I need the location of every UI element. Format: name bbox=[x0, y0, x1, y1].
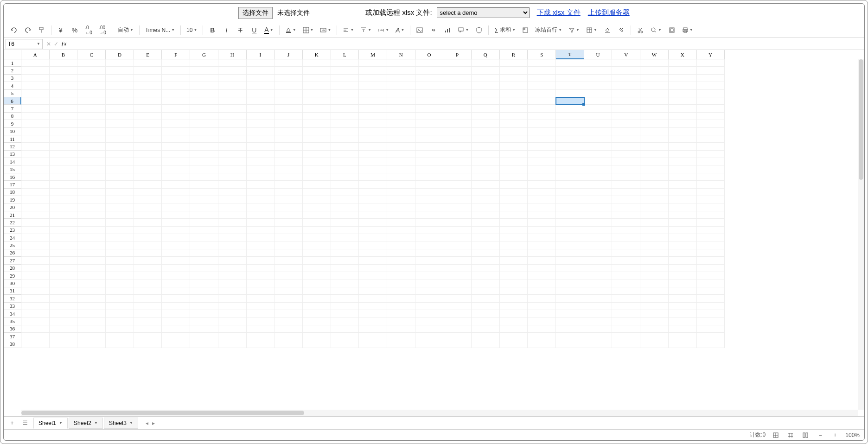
cell[interactable] bbox=[640, 241, 669, 249]
cell[interactable] bbox=[697, 257, 725, 264]
cell[interactable] bbox=[106, 128, 134, 135]
cell[interactable] bbox=[415, 75, 444, 82]
cell[interactable] bbox=[21, 295, 50, 302]
cell[interactable] bbox=[640, 113, 669, 120]
cell[interactable] bbox=[697, 203, 725, 211]
row-header[interactable]: 14 bbox=[4, 158, 21, 165]
cell[interactable] bbox=[669, 90, 697, 97]
cell[interactable] bbox=[472, 181, 500, 188]
row-header[interactable]: 19 bbox=[4, 196, 21, 203]
cell[interactable] bbox=[274, 173, 303, 181]
font-family-dropdown[interactable]: Times N...▼ bbox=[143, 25, 177, 35]
row-header[interactable]: 13 bbox=[4, 151, 21, 158]
cell[interactable] bbox=[500, 325, 528, 333]
cell[interactable] bbox=[415, 151, 444, 158]
cell[interactable] bbox=[359, 59, 387, 67]
cell[interactable] bbox=[443, 279, 472, 287]
cell[interactable] bbox=[218, 165, 247, 173]
cell[interactable] bbox=[50, 181, 78, 188]
cell[interactable] bbox=[640, 128, 669, 135]
row-header[interactable]: 7 bbox=[4, 105, 21, 112]
cell[interactable] bbox=[472, 340, 500, 348]
cell[interactable] bbox=[584, 279, 613, 287]
cell[interactable] bbox=[77, 333, 106, 340]
cell[interactable] bbox=[528, 219, 556, 226]
cell[interactable] bbox=[443, 303, 472, 310]
row-header[interactable]: 12 bbox=[4, 143, 21, 150]
cell[interactable] bbox=[556, 82, 584, 89]
cell[interactable] bbox=[669, 120, 697, 127]
cell[interactable] bbox=[387, 287, 415, 295]
cell[interactable] bbox=[697, 143, 725, 150]
column-header[interactable]: C bbox=[77, 50, 106, 59]
fullscreen-button[interactable] bbox=[666, 25, 677, 36]
demo-select[interactable]: select a demo bbox=[437, 7, 530, 18]
cell[interactable] bbox=[612, 151, 640, 158]
row-header[interactable]: 1 bbox=[4, 59, 21, 67]
cell[interactable] bbox=[106, 257, 134, 264]
cell[interactable] bbox=[331, 310, 359, 317]
insert-chart-button[interactable] bbox=[442, 25, 453, 36]
cell[interactable] bbox=[106, 249, 134, 257]
cell[interactable] bbox=[106, 97, 134, 105]
cell[interactable] bbox=[612, 211, 640, 219]
cell[interactable] bbox=[162, 219, 190, 226]
cell[interactable] bbox=[387, 97, 415, 105]
row-header[interactable]: 15 bbox=[4, 165, 21, 173]
cell[interactable] bbox=[556, 143, 584, 150]
cell[interactable] bbox=[247, 310, 275, 317]
cell[interactable] bbox=[218, 135, 247, 143]
cell[interactable] bbox=[500, 340, 528, 348]
cell[interactable] bbox=[584, 165, 613, 173]
row-header[interactable]: 23 bbox=[4, 227, 21, 234]
cell[interactable] bbox=[528, 340, 556, 348]
cell[interactable] bbox=[640, 211, 669, 219]
cell[interactable] bbox=[556, 97, 584, 105]
cell[interactable] bbox=[415, 249, 444, 257]
cell[interactable] bbox=[77, 181, 106, 188]
cell[interactable] bbox=[415, 279, 444, 287]
cell[interactable] bbox=[303, 249, 331, 257]
cell[interactable] bbox=[556, 219, 584, 226]
cell[interactable] bbox=[303, 67, 331, 74]
cell[interactable] bbox=[331, 303, 359, 310]
cell[interactable] bbox=[218, 120, 247, 127]
cell[interactable] bbox=[443, 143, 472, 150]
cell[interactable] bbox=[106, 211, 134, 219]
cell[interactable] bbox=[21, 265, 50, 272]
format-painter-button[interactable] bbox=[36, 25, 47, 36]
cell[interactable] bbox=[472, 189, 500, 196]
column-header[interactable]: E bbox=[134, 50, 162, 59]
cell[interactable] bbox=[303, 257, 331, 264]
cell[interactable] bbox=[387, 310, 415, 317]
cell[interactable] bbox=[443, 158, 472, 165]
cell[interactable] bbox=[218, 158, 247, 165]
cell[interactable] bbox=[303, 135, 331, 143]
insert-link-button[interactable] bbox=[428, 25, 439, 36]
cell[interactable] bbox=[612, 333, 640, 340]
cell[interactable] bbox=[669, 173, 697, 181]
column-header[interactable]: X bbox=[669, 50, 697, 59]
cell[interactable] bbox=[584, 227, 613, 234]
cell[interactable] bbox=[303, 120, 331, 127]
cell[interactable] bbox=[274, 272, 303, 279]
cell[interactable] bbox=[612, 196, 640, 203]
cell[interactable] bbox=[640, 227, 669, 234]
column-header[interactable]: V bbox=[612, 50, 640, 59]
row-header[interactable]: 25 bbox=[4, 241, 21, 249]
cell[interactable] bbox=[443, 325, 472, 333]
cell[interactable] bbox=[697, 173, 725, 181]
cell[interactable] bbox=[612, 249, 640, 257]
cell[interactable] bbox=[274, 287, 303, 295]
cell[interactable] bbox=[106, 295, 134, 302]
cell[interactable] bbox=[190, 279, 218, 287]
cell[interactable] bbox=[247, 97, 275, 105]
cell[interactable] bbox=[50, 211, 78, 219]
cell[interactable] bbox=[134, 143, 162, 150]
spreadsheet-grid[interactable]: ABCDEFGHIJKLMNOPQRSTUVWXY 12345678910111… bbox=[4, 50, 864, 416]
cell[interactable] bbox=[556, 287, 584, 295]
cell[interactable] bbox=[303, 325, 331, 333]
cell[interactable] bbox=[162, 173, 190, 181]
cell[interactable] bbox=[556, 120, 584, 127]
name-box[interactable]: T6 ▼ bbox=[6, 39, 43, 49]
